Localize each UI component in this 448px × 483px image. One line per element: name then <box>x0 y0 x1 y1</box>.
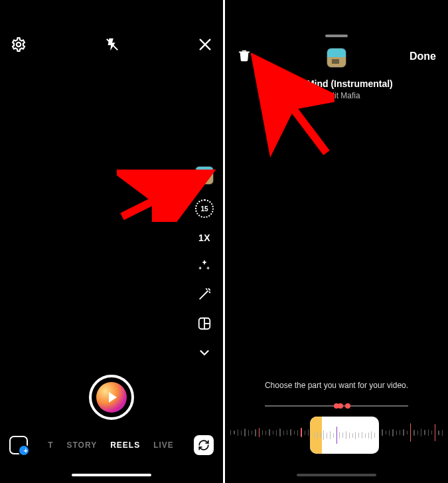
mode-story[interactable]: STORY <box>66 440 97 450</box>
annotation-arrow <box>248 53 335 159</box>
done-button[interactable]: Done <box>410 50 436 62</box>
mode-live[interactable]: LIVE <box>153 440 174 450</box>
layout-icon[interactable] <box>197 316 212 331</box>
reels-tool-rail: 15 1X <box>195 166 214 360</box>
reels-camera-screen: 15 1X <box>0 0 223 483</box>
touchup-icon[interactable] <box>197 287 212 302</box>
speed-label: 1X <box>198 233 210 243</box>
audio-overview-track[interactable] <box>265 405 408 407</box>
expand-tools-icon[interactable] <box>197 345 212 360</box>
record-button-inner <box>96 382 127 413</box>
record-button[interactable] <box>89 375 134 420</box>
svg-line-7 <box>122 177 202 217</box>
speed-button[interactable]: 1X <box>198 233 210 243</box>
instruction-text: Choose the part you want for your video. <box>225 381 448 390</box>
song-title: In My Mind (Instrumental) <box>225 78 448 89</box>
settings-icon[interactable] <box>11 37 27 52</box>
svg-rect-8 <box>239 52 250 53</box>
audio-thumbnail[interactable] <box>195 166 214 185</box>
duration-label: 15 <box>200 205 208 213</box>
play-icon <box>109 392 117 403</box>
trash-icon[interactable] <box>237 48 252 65</box>
gallery-button[interactable]: + <box>9 436 28 454</box>
audio-selection-window[interactable] <box>310 417 379 454</box>
song-artist: The Hit Mafia <box>225 91 448 100</box>
effects-icon[interactable] <box>197 258 212 272</box>
flash-off-icon[interactable] <box>105 37 119 52</box>
switch-camera-button[interactable] <box>194 435 214 455</box>
svg-point-0 <box>17 43 21 47</box>
mode-reels[interactable]: REELS <box>110 440 140 450</box>
home-indicator <box>72 474 151 476</box>
audio-thumbnail[interactable] <box>327 48 346 68</box>
capture-mode-tabs: T STORY REELS LIVE <box>28 440 194 450</box>
duration-button[interactable]: 15 <box>195 199 214 218</box>
home-indicator <box>297 474 376 476</box>
close-icon[interactable] <box>198 37 212 52</box>
audio-edit-screen: Done In My Mind (Instrumental) The Hit M… <box>225 0 448 483</box>
sheet-handle[interactable] <box>325 35 348 37</box>
mode-post[interactable]: T <box>48 440 53 450</box>
